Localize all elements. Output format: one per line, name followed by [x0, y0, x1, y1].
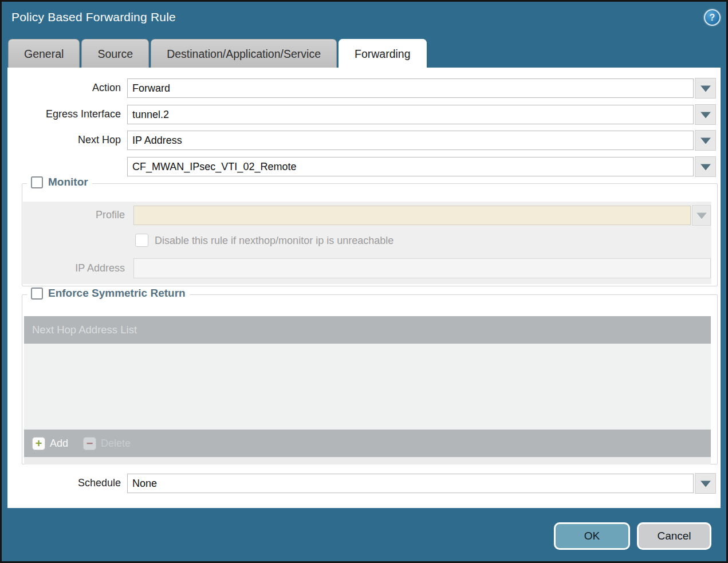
next-hop-address-list-footer: + Add − Delete	[24, 430, 711, 457]
monitor-profile-dropdown-button	[692, 205, 711, 226]
ok-button[interactable]: OK	[554, 522, 630, 550]
add-button-label: Add	[50, 438, 68, 450]
schedule-input[interactable]	[127, 474, 694, 493]
tab-general[interactable]: General	[8, 39, 80, 68]
chevron-down-icon	[696, 213, 707, 219]
next-hop-type-dropdown-button[interactable]	[695, 130, 716, 151]
plus-icon: +	[32, 437, 45, 450]
schedule-dropdown-button[interactable]	[695, 473, 716, 494]
disable-rule-checkbox	[135, 234, 148, 247]
monitor-ip-address-label: IP Address	[23, 262, 125, 274]
enforce-symmetric-return-legend-label: Enforce Symmetric Return	[48, 287, 186, 300]
enforce-symmetric-return-checkbox[interactable]	[31, 288, 43, 300]
monitor-profile-label: Profile	[23, 209, 125, 221]
enforce-symmetric-return-legend: Enforce Symmetric Return	[27, 287, 190, 300]
action-dropdown-button[interactable]	[695, 78, 716, 99]
tab-destination-application-service[interactable]: Destination/Application/Service	[151, 39, 337, 68]
next-hop-address-list-header: Next Hop Address List	[24, 316, 711, 344]
help-icon[interactable]: ?	[704, 9, 721, 26]
monitor-legend: Monitor	[27, 176, 92, 188]
next-hop-address-table: Next Hop Address List + Add − Delete	[24, 316, 711, 464]
egress-interface-label: Egress Interface	[7, 108, 121, 120]
monitor-group: Monitor Profile Disable this rule if nex…	[22, 183, 718, 286]
cancel-button[interactable]: Cancel	[637, 522, 711, 550]
egress-interface-input[interactable]	[127, 105, 694, 124]
next-hop-type-input[interactable]	[127, 131, 694, 150]
chevron-down-icon	[701, 112, 711, 119]
policy-based-forwarding-dialog: Policy Based Forwarding Rule ? General S…	[0, 0, 728, 563]
monitor-checkbox[interactable]	[31, 176, 43, 188]
next-hop-label: Next Hop	[7, 134, 121, 146]
chevron-down-icon	[701, 481, 711, 487]
tab-bar: General Source Destination/Application/S…	[8, 39, 427, 68]
monitor-ip-address-input	[133, 258, 711, 278]
table-bottom-strip	[24, 457, 711, 464]
dialog-title: Policy Based Forwarding Rule	[11, 10, 176, 24]
enforce-symmetric-return-group: Enforce Symmetric Return Next Hop Addres…	[22, 294, 718, 464]
schedule-label: Schedule	[7, 477, 121, 489]
minus-icon: −	[83, 437, 96, 450]
next-hop-address-list-body[interactable]	[24, 344, 711, 430]
chevron-down-icon	[701, 138, 711, 144]
delete-button-label: Delete	[101, 438, 131, 450]
delete-button: − Delete	[83, 437, 131, 450]
egress-interface-dropdown-button[interactable]	[695, 104, 716, 125]
add-button[interactable]: + Add	[32, 437, 68, 450]
disable-rule-label: Disable this rule if nexthop/monitor ip …	[155, 235, 393, 247]
forwarding-tab-panel: Action Egress Interface Next Hop Monitor	[7, 68, 721, 508]
monitor-profile-input	[133, 206, 691, 225]
tab-forwarding[interactable]: Forwarding	[339, 39, 427, 68]
next-hop-address-dropdown-button[interactable]	[695, 156, 716, 177]
action-label: Action	[7, 82, 121, 94]
chevron-down-icon	[701, 86, 711, 92]
tab-source[interactable]: Source	[81, 39, 149, 68]
chevron-down-icon	[701, 164, 711, 171]
monitor-legend-label: Monitor	[48, 176, 88, 188]
next-hop-address-input[interactable]	[127, 157, 694, 176]
monitor-disabled-area: Profile Disable this rule if nexthop/mon…	[23, 202, 711, 284]
action-input[interactable]	[127, 78, 694, 98]
